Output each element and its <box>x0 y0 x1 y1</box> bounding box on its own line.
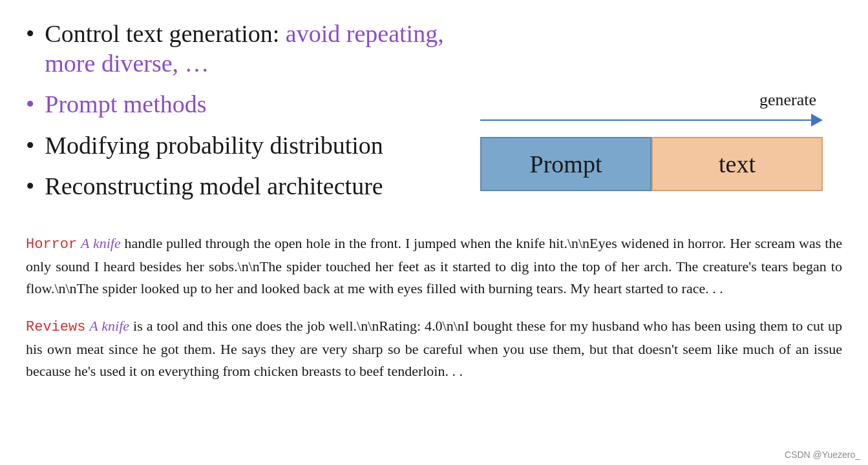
prompt-word-reviews: Reviews <box>26 319 85 335</box>
bullet-item-reconstructing: • Reconstructing model architecture <box>26 172 478 202</box>
highlight-text-1: avoid repeating, more diverse, … <box>45 20 443 77</box>
box-text: text <box>651 137 823 191</box>
bullet-item-prompt-methods: • Prompt methods <box>26 90 478 119</box>
bullet-dot-4: • <box>26 172 34 202</box>
bullet-text-control-text: Control text generation: avoid repeating… <box>45 19 478 78</box>
bullet-text-prompt-methods: Prompt methods <box>45 90 206 119</box>
knife-italic-1: A knife <box>81 235 121 251</box>
arrow-container <box>480 114 823 127</box>
generate-label: generate <box>759 90 823 110</box>
knife-italic-2: A knife <box>89 318 129 334</box>
box-prompt: Prompt <box>480 137 651 191</box>
boxes-container: Prompt text <box>480 137 823 191</box>
bullet-dot-3: • <box>26 131 34 161</box>
bullet-item-control-text: • Control text generation: avoid repeati… <box>26 19 478 78</box>
bullet-item-modifying: • Modifying probability distribution <box>26 131 478 161</box>
bullet-text-reconstructing: Reconstructing model architecture <box>45 172 383 202</box>
reviews-body: is a tool and this one does the job well… <box>26 318 842 379</box>
right-panel: generate Prompt text <box>478 13 842 213</box>
left-panel: • Control text generation: avoid repeati… <box>26 13 478 213</box>
bullet-dot-1: • <box>26 19 34 49</box>
horror-body: handle pulled through the open hole in t… <box>26 235 842 296</box>
bottom-section: Horror A knife handle pulled through the… <box>0 213 868 411</box>
bullet-dot-2: • <box>26 90 34 119</box>
prompt-word-horror: Horror <box>26 236 77 253</box>
arrow-line <box>480 119 811 121</box>
arrow-head-icon <box>811 114 823 127</box>
text-block-reviews: Reviews A knife is a tool and this one d… <box>26 315 842 382</box>
watermark: CSDN @Yuezero_ <box>785 450 860 460</box>
main-content: • Control text generation: avoid repeati… <box>0 0 868 213</box>
bullet-text-modifying: Modifying probability distribution <box>45 131 383 161</box>
text-block-horror: Horror A knife handle pulled through the… <box>26 232 842 300</box>
